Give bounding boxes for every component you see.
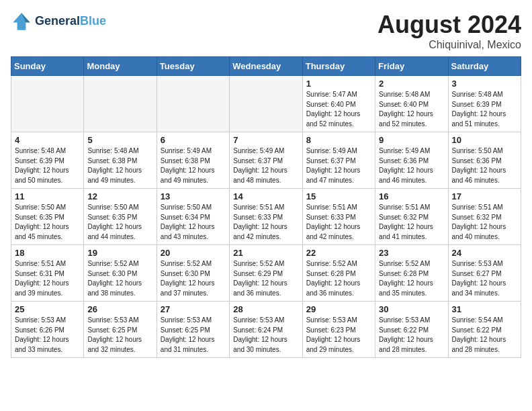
day-info: Sunrise: 5:48 AM Sunset: 6:40 PM Dayligh…: [379, 90, 444, 129]
day-number: 29: [306, 304, 371, 314]
day-info: Sunrise: 5:53 AM Sunset: 6:25 PM Dayligh…: [161, 316, 226, 355]
week-row-4: 18Sunrise: 5:51 AM Sunset: 6:31 PM Dayli…: [11, 245, 521, 302]
calendar-table: SundayMondayTuesdayWednesdayThursdayFrid…: [11, 56, 521, 358]
calendar-cell: 10Sunrise: 5:50 AM Sunset: 6:36 PM Dayli…: [448, 132, 521, 189]
day-number: 2: [379, 79, 444, 89]
calendar-cell: 2Sunrise: 5:48 AM Sunset: 6:40 PM Daylig…: [375, 76, 448, 132]
calendar-cell: 13Sunrise: 5:50 AM Sunset: 6:34 PM Dayli…: [157, 189, 229, 245]
day-info: Sunrise: 5:53 AM Sunset: 6:24 PM Dayligh…: [233, 316, 298, 355]
day-info: Sunrise: 5:53 AM Sunset: 6:26 PM Dayligh…: [15, 316, 80, 355]
header-wednesday: Wednesday: [230, 57, 302, 76]
day-number: 25: [15, 304, 80, 314]
calendar-cell: 3Sunrise: 5:48 AM Sunset: 6:39 PM Daylig…: [448, 76, 521, 132]
header-monday: Monday: [84, 57, 157, 76]
calendar-cell: 4Sunrise: 5:48 AM Sunset: 6:39 PM Daylig…: [11, 132, 84, 189]
calendar-header-row: SundayMondayTuesdayWednesdayThursdayFrid…: [11, 57, 521, 76]
calendar-cell: 27Sunrise: 5:53 AM Sunset: 6:25 PM Dayli…: [157, 302, 229, 358]
week-row-1: 1Sunrise: 5:47 AM Sunset: 6:40 PM Daylig…: [11, 76, 521, 132]
day-number: 13: [161, 191, 226, 201]
day-info: Sunrise: 5:51 AM Sunset: 6:32 PM Dayligh…: [379, 203, 444, 242]
day-number: 5: [87, 135, 152, 145]
calendar-cell: 30Sunrise: 5:53 AM Sunset: 6:22 PM Dayli…: [375, 302, 448, 358]
day-number: 31: [452, 304, 517, 314]
calendar-cell: 16Sunrise: 5:51 AM Sunset: 6:32 PM Dayli…: [375, 189, 448, 245]
day-info: Sunrise: 5:53 AM Sunset: 6:25 PM Dayligh…: [87, 316, 152, 355]
day-info: Sunrise: 5:53 AM Sunset: 6:27 PM Dayligh…: [452, 259, 517, 298]
week-row-5: 25Sunrise: 5:53 AM Sunset: 6:26 PM Dayli…: [11, 302, 521, 358]
calendar-cell: 18Sunrise: 5:51 AM Sunset: 6:31 PM Dayli…: [11, 245, 84, 302]
day-number: 18: [15, 248, 80, 258]
day-number: 19: [87, 248, 152, 258]
day-info: Sunrise: 5:49 AM Sunset: 6:38 PM Dayligh…: [161, 146, 226, 185]
day-info: Sunrise: 5:53 AM Sunset: 6:23 PM Dayligh…: [306, 316, 371, 355]
day-number: 8: [306, 135, 371, 145]
day-info: Sunrise: 5:47 AM Sunset: 6:40 PM Dayligh…: [306, 90, 371, 129]
calendar-cell: 15Sunrise: 5:51 AM Sunset: 6:33 PM Dayli…: [302, 189, 375, 245]
day-number: 15: [306, 191, 371, 201]
calendar-cell: [11, 76, 84, 132]
day-number: 16: [379, 191, 444, 201]
calendar-cell: 14Sunrise: 5:51 AM Sunset: 6:33 PM Dayli…: [230, 189, 302, 245]
week-row-3: 11Sunrise: 5:50 AM Sunset: 6:35 PM Dayli…: [11, 189, 521, 245]
calendar-cell: 22Sunrise: 5:52 AM Sunset: 6:28 PM Dayli…: [302, 245, 375, 302]
calendar-cell: 26Sunrise: 5:53 AM Sunset: 6:25 PM Dayli…: [84, 302, 157, 358]
day-info: Sunrise: 5:52 AM Sunset: 6:30 PM Dayligh…: [87, 259, 152, 298]
day-number: 30: [379, 304, 444, 314]
day-info: Sunrise: 5:50 AM Sunset: 6:35 PM Dayligh…: [15, 203, 80, 242]
month-year: August 2024: [378, 11, 521, 39]
location: Chiquinival, Mexico: [378, 39, 521, 51]
calendar-cell: [157, 76, 229, 132]
day-number: 27: [161, 304, 226, 314]
calendar-cell: [230, 76, 302, 132]
calendar-cell: [84, 76, 157, 132]
day-info: Sunrise: 5:51 AM Sunset: 6:31 PM Dayligh…: [15, 259, 80, 298]
week-row-2: 4Sunrise: 5:48 AM Sunset: 6:39 PM Daylig…: [11, 132, 521, 189]
day-info: Sunrise: 5:50 AM Sunset: 6:35 PM Dayligh…: [87, 203, 152, 242]
page-header: GeneralBlue August 2024 Chiquinival, Mex…: [11, 11, 521, 51]
day-number: 12: [87, 191, 152, 201]
day-number: 20: [161, 248, 226, 258]
day-number: 17: [452, 191, 517, 201]
day-info: Sunrise: 5:49 AM Sunset: 6:37 PM Dayligh…: [233, 146, 298, 185]
logo-icon: [11, 11, 32, 32]
day-number: 6: [161, 135, 226, 145]
calendar-cell: 25Sunrise: 5:53 AM Sunset: 6:26 PM Dayli…: [11, 302, 84, 358]
header-thursday: Thursday: [302, 57, 375, 76]
day-info: Sunrise: 5:52 AM Sunset: 6:28 PM Dayligh…: [306, 259, 371, 298]
header-friday: Friday: [375, 57, 448, 76]
calendar-cell: 17Sunrise: 5:51 AM Sunset: 6:32 PM Dayli…: [448, 189, 521, 245]
header-saturday: Saturday: [448, 57, 521, 76]
day-number: 3: [452, 79, 517, 89]
day-number: 21: [233, 248, 298, 258]
calendar-cell: 31Sunrise: 5:54 AM Sunset: 6:22 PM Dayli…: [448, 302, 521, 358]
day-number: 7: [233, 135, 298, 145]
day-number: 10: [452, 135, 517, 145]
day-info: Sunrise: 5:49 AM Sunset: 6:36 PM Dayligh…: [379, 146, 444, 185]
calendar-cell: 23Sunrise: 5:52 AM Sunset: 6:28 PM Dayli…: [375, 245, 448, 302]
calendar-cell: 12Sunrise: 5:50 AM Sunset: 6:35 PM Dayli…: [84, 189, 157, 245]
day-info: Sunrise: 5:54 AM Sunset: 6:22 PM Dayligh…: [452, 316, 517, 355]
day-info: Sunrise: 5:48 AM Sunset: 6:38 PM Dayligh…: [87, 146, 152, 185]
day-info: Sunrise: 5:51 AM Sunset: 6:33 PM Dayligh…: [306, 203, 371, 242]
day-info: Sunrise: 5:53 AM Sunset: 6:22 PM Dayligh…: [379, 316, 444, 355]
day-info: Sunrise: 5:51 AM Sunset: 6:32 PM Dayligh…: [452, 203, 517, 242]
day-info: Sunrise: 5:48 AM Sunset: 6:39 PM Dayligh…: [452, 90, 517, 129]
calendar-cell: 20Sunrise: 5:52 AM Sunset: 6:30 PM Dayli…: [157, 245, 229, 302]
calendar-cell: 5Sunrise: 5:48 AM Sunset: 6:38 PM Daylig…: [84, 132, 157, 189]
day-number: 14: [233, 191, 298, 201]
day-number: 24: [452, 248, 517, 258]
calendar-cell: 1Sunrise: 5:47 AM Sunset: 6:40 PM Daylig…: [302, 76, 375, 132]
day-info: Sunrise: 5:49 AM Sunset: 6:37 PM Dayligh…: [306, 146, 371, 185]
day-info: Sunrise: 5:50 AM Sunset: 6:34 PM Dayligh…: [161, 203, 226, 242]
calendar-cell: 6Sunrise: 5:49 AM Sunset: 6:38 PM Daylig…: [157, 132, 229, 189]
day-info: Sunrise: 5:52 AM Sunset: 6:30 PM Dayligh…: [161, 259, 226, 298]
header-sunday: Sunday: [11, 57, 84, 76]
calendar-cell: 21Sunrise: 5:52 AM Sunset: 6:29 PM Dayli…: [230, 245, 302, 302]
logo: GeneralBlue: [11, 11, 106, 32]
day-info: Sunrise: 5:52 AM Sunset: 6:29 PM Dayligh…: [233, 259, 298, 298]
day-info: Sunrise: 5:50 AM Sunset: 6:36 PM Dayligh…: [452, 146, 517, 185]
day-number: 26: [87, 304, 152, 314]
calendar-cell: 9Sunrise: 5:49 AM Sunset: 6:36 PM Daylig…: [375, 132, 448, 189]
day-info: Sunrise: 5:51 AM Sunset: 6:33 PM Dayligh…: [233, 203, 298, 242]
calendar-cell: 19Sunrise: 5:52 AM Sunset: 6:30 PM Dayli…: [84, 245, 157, 302]
